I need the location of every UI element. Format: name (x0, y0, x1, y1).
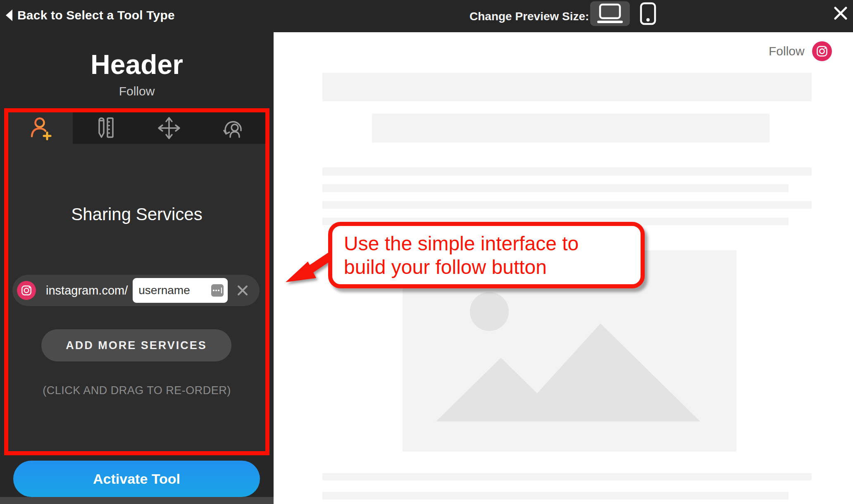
add-more-services-button[interactable]: ADD MORE SERVICES (41, 329, 231, 361)
username-input[interactable] (133, 279, 199, 302)
back-button[interactable]: Back to Select a Tool Type (5, 8, 175, 22)
tool-title: Header (0, 49, 274, 80)
move-arrows-icon (156, 115, 182, 141)
callout-line-1: Use the simple interface to (344, 232, 641, 255)
skeleton-block (372, 114, 770, 143)
skeleton-bar (322, 167, 812, 176)
back-chevron-icon (5, 9, 13, 21)
pen-ruler-icon (92, 115, 117, 141)
annotation-callout: Use the simple interface to build your f… (328, 222, 645, 288)
close-icon (833, 6, 848, 21)
tab-design[interactable] (73, 112, 137, 144)
follow-widget: Follow (769, 41, 832, 61)
close-button[interactable] (832, 5, 850, 21)
follow-widget-label: Follow (769, 44, 805, 58)
tool-subtitle: Follow (0, 84, 274, 98)
service-url-prefix: instagram.com/ (46, 284, 128, 297)
text-cursor-icon (211, 284, 224, 297)
skeleton-block (322, 73, 812, 101)
preview-mobile-button[interactable] (636, 1, 660, 26)
service-row-instagram[interactable]: instagram.com/ (12, 275, 260, 306)
skeleton-bar (322, 184, 789, 192)
sidebar-footer-strip (0, 497, 274, 504)
back-button-label: Back to Select a Tool Type (17, 8, 175, 22)
skeleton-bar (322, 473, 812, 480)
activate-tool-button[interactable]: Activate Tool (13, 461, 260, 497)
laptop-icon (596, 3, 624, 24)
app-window: Back to Select a Tool Type Change Previe… (0, 0, 853, 504)
preview-desktop-button[interactable] (590, 1, 630, 26)
skeleton-bar (322, 201, 812, 209)
section-title: Sharing Services (8, 204, 265, 224)
instagram-follow-icon[interactable] (812, 41, 832, 61)
remove-service-button[interactable] (237, 285, 248, 296)
instagram-icon (17, 281, 36, 300)
person-add-icon (27, 115, 54, 141)
tab-follow-settings[interactable] (201, 112, 266, 144)
person-refresh-icon (220, 115, 246, 141)
tab-placement[interactable] (137, 112, 201, 144)
phone-icon (640, 2, 656, 25)
preview-size-label: Change Preview Size: (469, 10, 589, 23)
tool-tabs (8, 112, 265, 144)
reorder-hint: (CLICK AND DRAG TO RE-ORDER) (8, 384, 265, 397)
skeleton-bar (322, 492, 789, 499)
tab-add-services[interactable] (8, 112, 73, 144)
username-field-wrap (133, 278, 228, 303)
callout-line-2: build your follow button (344, 255, 641, 279)
